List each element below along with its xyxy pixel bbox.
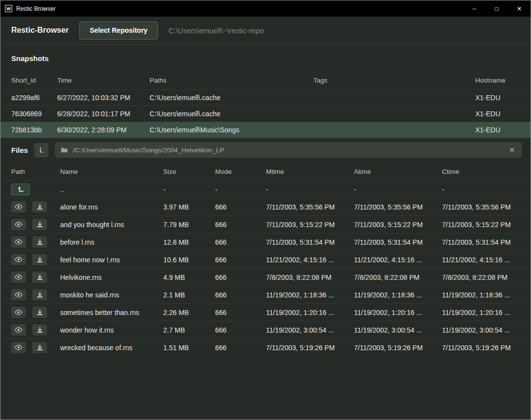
download-file-button[interactable] bbox=[32, 236, 47, 248]
file-ctime: 11/19/2002, 1:18:36 ... bbox=[442, 291, 522, 299]
file-row-actions bbox=[11, 342, 60, 353]
download-file-button[interactable] bbox=[32, 272, 47, 283]
column-paths: Paths bbox=[150, 77, 313, 84]
download-file-button[interactable] bbox=[32, 307, 47, 318]
file-mtime: 7/11/2003, 5:31:54 PM bbox=[266, 238, 354, 246]
file-row-actions bbox=[11, 324, 60, 336]
file-row: sometimes better than.rns 2.26 MB 666 11… bbox=[0, 303, 531, 321]
file-name: Helvikone.rns bbox=[60, 273, 163, 281]
file-mode: 666 bbox=[215, 221, 266, 229]
snapshot-time: 6/28/2022, 10:01:17 PM bbox=[57, 110, 150, 118]
download-file-button[interactable] bbox=[32, 324, 47, 336]
file-atime: 7/11/2003, 5:19:26 PM bbox=[354, 344, 442, 352]
file-mtime: 7/11/2003, 5:19:26 PM bbox=[266, 344, 354, 352]
snapshot-hostname: X1-EDU bbox=[475, 110, 520, 118]
file-atime: 11/19/2002, 1:18:36 ... bbox=[354, 291, 442, 299]
file-mode: 666 bbox=[215, 291, 266, 299]
eye-icon bbox=[15, 345, 22, 350]
minimize-button[interactable]: ─ bbox=[463, 0, 486, 17]
preview-file-button[interactable] bbox=[11, 254, 26, 265]
file-row-actions bbox=[11, 201, 60, 212]
file-size: 7.79 MB bbox=[163, 221, 215, 229]
select-repository-button[interactable]: Select Repository bbox=[79, 21, 157, 40]
file-name: and you thought l.rns bbox=[60, 221, 163, 229]
file-row-actions bbox=[11, 236, 60, 248]
snapshot-short-id: a2299af6 bbox=[11, 94, 57, 102]
file-row-actions bbox=[11, 272, 60, 283]
download-icon bbox=[37, 274, 43, 280]
file-mtime: 7/11/2003, 5:15:22 PM bbox=[266, 221, 354, 229]
repository-path: C:\Users\emuell\~\restic-repo bbox=[169, 26, 264, 35]
files-path-bar[interactable]: /C:/Users/emuell/Music/Songs/2004_Helvet… bbox=[55, 142, 522, 158]
eye-icon bbox=[15, 310, 22, 315]
eye-icon bbox=[15, 274, 22, 280]
clear-path-button[interactable]: ✕ bbox=[508, 146, 516, 154]
file-size: 2.26 MB bbox=[163, 309, 215, 316]
snapshot-hostname: X1-EDU bbox=[475, 126, 520, 134]
close-button[interactable]: ✕ bbox=[508, 0, 531, 17]
app-window: W Restic Browser ─ □ ✕ Restic-Browser Se… bbox=[0, 0, 531, 420]
preview-file-button[interactable] bbox=[11, 272, 26, 283]
column-time: Time bbox=[57, 77, 150, 84]
file-atime: 11/19/2002, 1:20:16 ... bbox=[354, 309, 442, 316]
column-tags: Tags bbox=[313, 77, 475, 84]
download-file-button[interactable] bbox=[32, 342, 47, 353]
preview-file-button[interactable] bbox=[11, 324, 26, 336]
snapshots-table-header: Short_id Time Paths Tags Hostname bbox=[0, 71, 531, 89]
app-icon: W bbox=[5, 5, 12, 12]
file-atime: 7/11/2003, 5:35:56 PM bbox=[354, 203, 442, 211]
files-path-text: /C:/Users/emuell/Music/Songs/2004_Helvet… bbox=[73, 147, 224, 154]
file-ctime: 7/8/2003, 8:22:08 PM bbox=[442, 273, 522, 281]
snapshots-table: Short_id Time Paths Tags Hostname a2299a… bbox=[0, 71, 531, 138]
preview-file-button[interactable] bbox=[11, 219, 26, 230]
file-mode: 666 bbox=[215, 344, 266, 352]
file-atime: 11/19/2002, 3:00:54 ... bbox=[354, 326, 442, 334]
download-file-button[interactable] bbox=[32, 254, 47, 265]
file-size: 1.51 MB bbox=[163, 344, 215, 352]
preview-file-button[interactable] bbox=[11, 289, 26, 300]
file-mtime: 11/19/2002, 3:00:54 ... bbox=[266, 326, 354, 334]
snapshots-section-header: Snapshots bbox=[0, 44, 531, 71]
preview-file-button[interactable] bbox=[11, 236, 26, 248]
preview-file-button[interactable] bbox=[11, 342, 26, 353]
file-mtime: 11/19/2002, 1:20:16 ... bbox=[266, 309, 354, 316]
download-icon bbox=[37, 344, 43, 351]
app-header: Restic-Browser Select Repository C:\User… bbox=[0, 17, 531, 44]
file-ctime: - bbox=[442, 186, 522, 193]
file-name: wonder how it.rns bbox=[60, 326, 163, 334]
snapshot-row[interactable]: 72b813bb 6/30/2022, 2:28:09 PM C:\Users\… bbox=[0, 122, 531, 138]
download-file-button[interactable] bbox=[32, 219, 47, 230]
titlebar: W Restic Browser ─ □ ✕ bbox=[0, 0, 531, 17]
up-directory-button[interactable] bbox=[11, 184, 30, 195]
file-row: Helvikone.rns 4.9 MB 666 7/8/2003, 8:22:… bbox=[0, 268, 531, 286]
files-tool-button[interactable]: L bbox=[34, 143, 48, 157]
file-row-actions bbox=[11, 219, 60, 230]
file-ctime: 7/11/2003, 5:31:54 PM bbox=[442, 238, 522, 246]
preview-file-button[interactable] bbox=[11, 201, 26, 212]
snapshot-row[interactable]: a2299af6 6/27/2022, 10:03:32 PM C:\Users… bbox=[0, 89, 531, 105]
maximize-button[interactable]: □ bbox=[486, 0, 508, 17]
snapshot-short-id: 76306869 bbox=[11, 110, 57, 118]
file-atime: 7/11/2003, 5:15:22 PM bbox=[354, 221, 442, 229]
download-file-button[interactable] bbox=[32, 289, 47, 300]
snapshot-row[interactable]: 76306869 6/28/2022, 10:01:17 PM C:\Users… bbox=[0, 105, 531, 122]
preview-file-button[interactable] bbox=[11, 307, 26, 318]
app-name: Restic-Browser bbox=[11, 26, 68, 35]
file-mode: 666 bbox=[215, 238, 266, 246]
download-icon bbox=[37, 221, 43, 228]
file-mtime: 7/8/2003, 8:22:08 PM bbox=[266, 273, 354, 281]
file-name: alone for.rns bbox=[60, 203, 163, 211]
download-icon bbox=[37, 327, 43, 333]
file-ctime: 11/19/2002, 3:00:54 ... bbox=[442, 326, 522, 334]
file-atime: 7/11/2003, 5:31:54 PM bbox=[354, 238, 442, 246]
file-name: wrecked because of.rns bbox=[60, 344, 163, 352]
file-row: wrecked because of.rns 1.51 MB 666 7/11/… bbox=[0, 338, 531, 356]
file-name: .. bbox=[60, 186, 163, 193]
download-icon bbox=[37, 204, 43, 210]
file-atime: - bbox=[354, 186, 442, 193]
file-size: - bbox=[163, 186, 215, 193]
files-table: Path Name Size Mode Mtime Atime Ctime ..… bbox=[0, 162, 531, 356]
download-file-button[interactable] bbox=[32, 201, 47, 212]
files-table-header: Path Name Size Mode Mtime Atime Ctime bbox=[0, 163, 531, 180]
titlebar-left: W Restic Browser bbox=[0, 5, 56, 12]
